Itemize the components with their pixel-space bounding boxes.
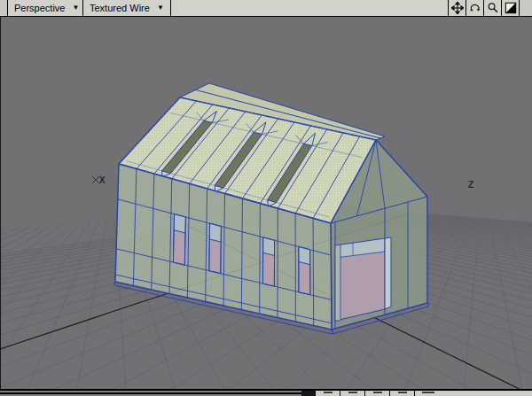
- bottom-button[interactable]: [340, 391, 365, 396]
- zoom-icon[interactable]: [483, 0, 501, 16]
- bottom-button-active[interactable]: [301, 391, 316, 396]
- bottom-button-strip: [301, 389, 532, 396]
- z-axis-label: Z: [468, 180, 473, 190]
- view-mode-dropdown[interactable]: Perspective ▼: [8, 0, 83, 16]
- rotate-icon[interactable]: [466, 0, 483, 16]
- viewport-left-border: [0, 17, 1, 389]
- modeler-window: Perspective ▼ Textured Wire ▼: [0, 0, 532, 396]
- bottom-button[interactable]: [316, 391, 340, 396]
- chevron-down-icon: ▼: [157, 4, 164, 12]
- bottom-panel-edge: [0, 389, 301, 396]
- bottom-button[interactable]: [365, 391, 390, 396]
- bottom-button[interactable]: [390, 391, 415, 396]
- bottom-button-wide[interactable]: [415, 391, 532, 396]
- chevron-down-icon: ▼: [72, 4, 79, 12]
- shading-mode-label: Textured Wire: [90, 3, 150, 13]
- viewport-3d[interactable]: XZ: [0, 17, 532, 389]
- pan-icon[interactable]: [448, 0, 466, 16]
- viewport-maximize-icon[interactable]: [501, 0, 519, 16]
- view-mode-label: Perspective: [14, 3, 65, 13]
- toolbar-spacer: [171, 0, 448, 16]
- toolbar-right-stub: [519, 0, 532, 16]
- viewport-toolbar: Perspective ▼ Textured Wire ▼: [0, 0, 532, 17]
- toolbar-left-stub: [0, 0, 8, 16]
- bottom-toolbar-partial: [0, 389, 532, 396]
- x-axis-label: X: [99, 175, 106, 185]
- shading-mode-dropdown[interactable]: Textured Wire ▼: [83, 0, 171, 16]
